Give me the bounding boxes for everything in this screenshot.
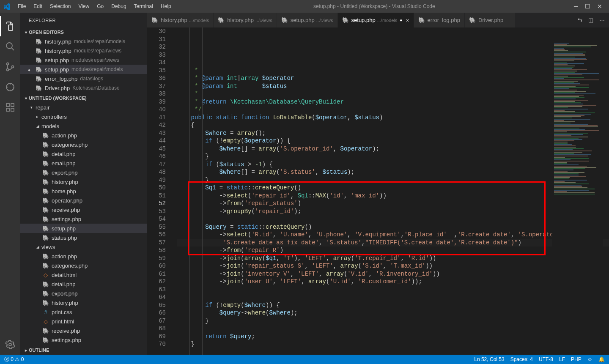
- file-item[interactable]: 🐘receive.php: [20, 205, 147, 214]
- extensions-icon[interactable]: [0, 97, 20, 118]
- status-language[interactable]: PHP: [571, 356, 582, 362]
- file-item[interactable]: #print.css: [20, 307, 147, 317]
- tab-item[interactable]: 🐘setup.php...\models●×: [338, 13, 414, 27]
- open-editor-item[interactable]: 🐘setup.phpmodules\repair\views: [20, 55, 147, 65]
- search-icon[interactable]: [0, 36, 20, 57]
- open-editor-item[interactable]: 🐘history.phpmodules\repair\models: [20, 37, 147, 46]
- debug-icon[interactable]: [0, 77, 20, 97]
- activity-bar: [0, 13, 20, 355]
- menu-go[interactable]: Go: [93, 2, 107, 11]
- settings-gear-icon[interactable]: [0, 334, 20, 355]
- status-indent[interactable]: Spaces: 4: [510, 356, 533, 362]
- status-bell-icon[interactable]: 🔔: [598, 356, 605, 362]
- tab-item[interactable]: 🐘setup.php...\views: [277, 13, 338, 27]
- menu-terminal[interactable]: Terminal: [131, 2, 156, 11]
- file-item[interactable]: 🐘categories.php: [20, 261, 147, 270]
- line-numbers: 3031323334353637383940414243444546474849…: [147, 27, 174, 355]
- code-content[interactable]: * * @param int|array $operator * @param …: [174, 27, 609, 355]
- svg-point-3: [12, 66, 14, 68]
- open-editors-header[interactable]: ▾OPEN EDITORS: [20, 27, 147, 37]
- folder-views[interactable]: ◢views: [20, 242, 147, 252]
- maximize-icon[interactable]: ☐: [585, 3, 590, 10]
- tab-item[interactable]: 🐘Driver.php: [465, 13, 516, 27]
- window-controls: ─ ☐ ✕: [574, 3, 606, 10]
- close-icon[interactable]: ✕: [597, 3, 602, 10]
- tab-item[interactable]: 🐘history.php...\models: [147, 13, 214, 27]
- status-feedback-icon[interactable]: ☺: [587, 356, 593, 362]
- minimize-icon[interactable]: ─: [574, 3, 578, 10]
- open-editor-item[interactable]: 🐘setup.phpmodules\repair\models: [20, 65, 147, 74]
- file-item[interactable]: 🐘setup.php: [20, 224, 147, 233]
- svg-rect-7: [11, 108, 14, 111]
- open-editor-item[interactable]: 🐘error_log.phpdatas\logs: [20, 74, 147, 83]
- minimap[interactable]: [552, 42, 603, 355]
- tab-item[interactable]: 🐘history.php...\views: [214, 13, 277, 27]
- editor-tabs: 🐘history.php...\models🐘history.php...\vi…: [147, 13, 609, 27]
- tab-item[interactable]: 🐘error_log.php: [414, 13, 465, 27]
- open-editors-list: 🐘history.phpmodules\repair\models🐘histor…: [20, 37, 147, 93]
- svg-point-2: [7, 69, 9, 71]
- file-item[interactable]: 🐘home.php: [20, 186, 147, 196]
- code-area[interactable]: 3031323334353637383940414243444546474849…: [147, 27, 609, 355]
- file-item[interactable]: ◇print.html: [20, 317, 147, 326]
- status-eol[interactable]: LF: [559, 356, 565, 362]
- svg-rect-8: [11, 104, 14, 107]
- menu-debug[interactable]: Debug: [108, 2, 129, 11]
- menu-file[interactable]: File: [14, 2, 29, 11]
- svg-point-1: [7, 63, 9, 65]
- menu-edit[interactable]: Edit: [30, 2, 46, 11]
- folder-repair[interactable]: ▾repair: [20, 103, 147, 112]
- menu-view[interactable]: View: [75, 2, 93, 11]
- status-errors[interactable]: ⓧ 0 ⚠ 0: [4, 356, 24, 363]
- file-item[interactable]: 🐘operator.php: [20, 196, 147, 205]
- file-item[interactable]: 🐘detail.php: [20, 279, 147, 289]
- title-bar: FileEditSelectionViewGoDebugTerminalHelp…: [0, 0, 609, 13]
- menu-help[interactable]: Help: [157, 2, 175, 11]
- sidebar-title: EXPLORER: [20, 13, 147, 27]
- editor-area: 🐘history.php...\models🐘history.php...\vi…: [147, 13, 609, 355]
- file-item[interactable]: 🐘export.php: [20, 168, 147, 177]
- menu-selection[interactable]: Selection: [47, 2, 74, 11]
- status-bar: ⓧ 0 ⚠ 0 Ln 52, Col 53 Spaces: 4 UTF-8 LF…: [0, 355, 609, 364]
- svg-rect-6: [6, 108, 9, 111]
- source-control-icon[interactable]: [0, 57, 20, 77]
- file-item[interactable]: 🐘settings.php: [20, 214, 147, 224]
- more-icon[interactable]: ⋯: [599, 17, 605, 23]
- svg-point-0: [6, 43, 12, 49]
- outline-header[interactable]: ▸OUTLINE: [20, 345, 147, 355]
- folder-models[interactable]: ◢models: [20, 121, 147, 131]
- file-tree: ▾repair▸controllers◢models🐘action.php🐘ca…: [20, 103, 147, 345]
- file-item[interactable]: 🐘detail.php: [20, 149, 147, 159]
- file-item[interactable]: 🐘action.php: [20, 131, 147, 140]
- workspace-header[interactable]: ▾UNTITLED (WORKSPACE): [20, 93, 147, 103]
- status-encoding[interactable]: UTF-8: [539, 356, 553, 362]
- open-editor-item[interactable]: 🐘Driver.phpKotchasan\Database: [20, 83, 147, 93]
- file-item[interactable]: 🐘categories.php: [20, 140, 147, 149]
- explorer-icon[interactable]: [0, 16, 20, 36]
- file-item[interactable]: 🐘export.php: [20, 289, 147, 298]
- folder-controllers[interactable]: ▸controllers: [20, 112, 147, 121]
- file-item[interactable]: ◇detail.html: [20, 270, 147, 279]
- svg-point-9: [9, 343, 11, 346]
- file-item[interactable]: 🐘settings.php: [20, 335, 147, 345]
- status-cursor[interactable]: Ln 52, Col 53: [474, 356, 504, 362]
- svg-rect-5: [6, 104, 9, 107]
- file-item[interactable]: 🐘status.php: [20, 233, 147, 242]
- compare-icon[interactable]: ⇆: [578, 17, 582, 23]
- file-item[interactable]: 🐘email.php: [20, 159, 147, 168]
- file-item[interactable]: 🐘history.php: [20, 298, 147, 307]
- file-item[interactable]: 🐘history.php: [20, 177, 147, 186]
- file-item[interactable]: 🐘receive.php: [20, 326, 147, 335]
- explorer-sidebar: EXPLORER ▾OPEN EDITORS 🐘history.phpmodul…: [20, 13, 147, 355]
- vscode-logo-icon: [3, 3, 10, 10]
- menu-bar: FileEditSelectionViewGoDebugTerminalHelp: [14, 2, 175, 11]
- window-title: setup.php - Untitled (Workspace) - Visua…: [175, 3, 574, 9]
- file-item[interactable]: 🐘action.php: [20, 252, 147, 261]
- split-icon[interactable]: ◫: [588, 17, 593, 23]
- open-editor-item[interactable]: 🐘history.phpmodules\repair\views: [20, 46, 147, 55]
